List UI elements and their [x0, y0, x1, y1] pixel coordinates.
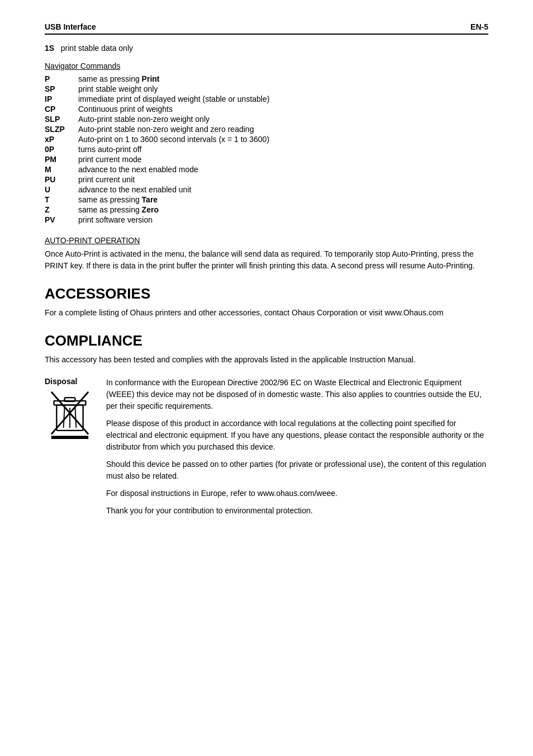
compliance-title: COMPLIANCE	[45, 332, 488, 349]
command-row: SLPAuto-print stable non-zero weight onl…	[45, 114, 488, 124]
compliance-text: This accessory has been tested and compl…	[45, 354, 488, 366]
command-row: Zsame as pressing Zero	[45, 205, 488, 215]
disposal-section: Disposal	[45, 377, 488, 522]
command-code: PU	[45, 174, 78, 185]
command-description: print current mode	[78, 154, 488, 164]
command-description: immediate print of displayed weight (sta…	[78, 94, 488, 104]
command-code: SP	[45, 84, 78, 94]
navigator-section: Navigator Commands Psame as pressing Pri…	[45, 62, 488, 225]
desc-1s: print stable data only	[61, 44, 133, 53]
disposal-paragraph3: Should this device be passed on to other…	[106, 459, 488, 482]
disposal-paragraph2: Please dispose of this product in accord…	[106, 418, 488, 453]
header-right: EN-5	[470, 22, 488, 31]
command-code: U	[45, 185, 78, 195]
command-description: advance to the next enabled unit	[78, 185, 488, 195]
command-row: CPContinuous print of weights	[45, 104, 488, 114]
command-description: advance to the next enabled mode	[78, 164, 488, 174]
command-row: SPprint stable weight only	[45, 84, 488, 94]
command-code: T	[45, 195, 78, 205]
disposal-left: Disposal	[45, 377, 95, 522]
command-row: Psame as pressing Print	[45, 74, 488, 84]
command-code: PM	[45, 154, 78, 164]
command-description: print current unit	[78, 174, 488, 185]
page-header: USB Interface EN-5	[45, 22, 488, 35]
command-description: same as pressing Zero	[78, 205, 488, 215]
accessories-text: For a complete listing of Ohaus printers…	[45, 307, 488, 319]
command-code: xP	[45, 134, 78, 144]
command-code: M	[45, 164, 78, 174]
navigator-title: Navigator Commands	[45, 62, 488, 70]
command-row: xPAuto-print on 1 to 3600 second interva…	[45, 134, 488, 144]
command-description: turns auto-print off	[78, 144, 488, 154]
command-description: print stable weight only	[78, 84, 488, 94]
command-description: Auto-print stable non-zero weight and ze…	[78, 124, 488, 134]
command-code: SLP	[45, 114, 78, 124]
command-row: PUprint current unit	[45, 174, 488, 185]
command-code: PV	[45, 215, 78, 225]
command-code: P	[45, 74, 78, 84]
disposal-paragraph1: In conformance with the European Directi…	[106, 377, 488, 412]
command-description: same as pressing Tare	[78, 195, 488, 205]
command-description: print software version	[78, 215, 488, 225]
command-description: Auto-print on 1 to 3600 second intervals…	[78, 134, 488, 144]
auto-print-title: AUTO-PRINT OPERATION	[45, 236, 488, 245]
command-row: Uadvance to the next enabled unit	[45, 185, 488, 195]
disposal-paragraph4: For disposal instructions in Europe, ref…	[106, 488, 488, 499]
command-description: Auto-print stable non-zero weight only	[78, 114, 488, 124]
accessories-title: ACCESSORIES	[45, 285, 488, 303]
command-code: SLZP	[45, 124, 78, 134]
auto-print-text: Once Auto-Print is activated in the menu…	[45, 248, 488, 272]
code-1s: 1S	[45, 44, 54, 53]
command-code: Z	[45, 205, 78, 215]
header-left: USB Interface	[45, 22, 96, 31]
command-code: CP	[45, 104, 78, 114]
command-row: SLZPAuto-print stable non-zero weight an…	[45, 124, 488, 134]
command-row: PMprint current mode	[45, 154, 488, 164]
command-row: Tsame as pressing Tare	[45, 195, 488, 205]
svg-line-3	[64, 408, 65, 428]
command-code: 0P	[45, 144, 78, 154]
svg-rect-2	[65, 398, 75, 401]
command-row: PVprint software version	[45, 215, 488, 225]
section-1s: 1S print stable data only	[45, 44, 488, 53]
disposal-right: In conformance with the European Directi…	[106, 377, 488, 522]
svg-line-5	[75, 408, 76, 428]
disposal-icon	[47, 389, 92, 440]
command-description: same as pressing Print	[78, 74, 488, 84]
accessories-section: ACCESSORIES For a complete listing of Oh…	[45, 285, 488, 319]
command-row: Madvance to the next enabled mode	[45, 164, 488, 174]
command-table: Psame as pressing PrintSPprint stable we…	[45, 74, 488, 225]
auto-print-section: AUTO-PRINT OPERATION Once Auto-Print is …	[45, 236, 488, 272]
command-row: IPimmediate print of displayed weight (s…	[45, 94, 488, 104]
disposal-paragraph5: Thank you for your contribution to envir…	[106, 505, 488, 517]
disposal-label: Disposal	[45, 377, 77, 386]
compliance-section: COMPLIANCE This accessory has been teste…	[45, 332, 488, 522]
svg-rect-8	[51, 436, 88, 439]
command-description: Continuous print of weights	[78, 104, 488, 114]
command-row: 0Pturns auto-print off	[45, 144, 488, 154]
command-code: IP	[45, 94, 78, 104]
